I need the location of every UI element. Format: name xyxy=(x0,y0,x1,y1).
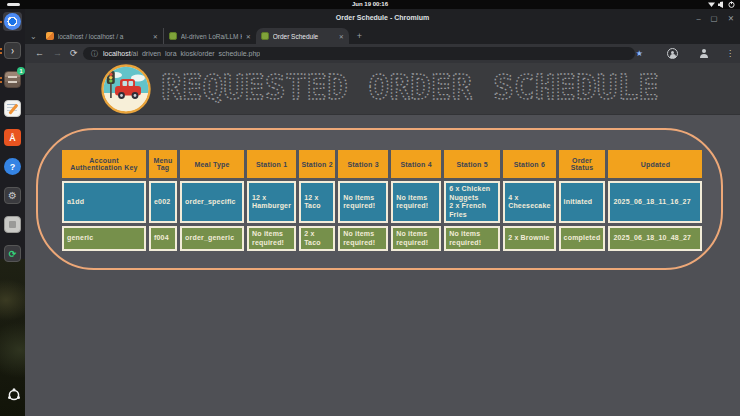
column-header: Station 6 xyxy=(503,150,555,178)
user-icon[interactable] xyxy=(699,49,708,58)
url-host: localhost xyxy=(103,50,131,57)
cell-station-3: No items required! xyxy=(338,181,388,223)
cell-station-1: No items required! xyxy=(247,226,296,251)
page-title: REQUESTED ORDER SCHEDULE xyxy=(155,69,665,111)
cell-station-4: No items required! xyxy=(391,226,441,251)
tab-strip: ⌄ localhost / localhost / a ✕ AI-driven … xyxy=(25,27,740,44)
cell-station-6: 4 x Cheesecake xyxy=(503,181,555,223)
tab-close-icon[interactable]: ✕ xyxy=(153,33,158,40)
volume-icon xyxy=(718,2,723,9)
svg-text:REQUESTED ORDER SCHEDULE: REQUESTED ORDER SCHEDULE xyxy=(161,69,659,107)
column-header: Order Status xyxy=(559,150,606,178)
column-header: Station 5 xyxy=(444,150,500,178)
dock-item-files[interactable]: 1 xyxy=(3,70,22,89)
dock-item-text-editor[interactable] xyxy=(3,99,22,118)
column-header: Account Authentication Key xyxy=(62,150,146,178)
cell-meal-type: order_specific xyxy=(180,181,244,223)
cell-station-3: No items required! xyxy=(338,226,388,251)
chromium-icon xyxy=(4,13,21,30)
cell-order-status: completed xyxy=(559,226,606,251)
running-indicator xyxy=(0,21,2,23)
cell-station-2: 2 x Taco xyxy=(299,226,335,251)
dock-item-terminal[interactable]: ❯ xyxy=(3,41,22,60)
system-status-icons[interactable] xyxy=(708,1,736,8)
browser-menu-icon[interactable]: ⋮ xyxy=(726,44,734,63)
cell-station-6: 2 x Brownie xyxy=(503,226,555,251)
cell-auth-key: generic xyxy=(62,226,146,251)
window-title: Order Schedule - Chromium xyxy=(25,9,740,27)
browser-toolbar: ← → ⟳ ⓘ localhost/ai_driven_lora_kiosk/o… xyxy=(25,44,740,63)
schedule-panel: Account Authentication Key Menu Tag Meal… xyxy=(36,128,723,270)
tab-kiosk[interactable]: AI-driven LoRa/LLM Kios ✕ xyxy=(163,28,256,44)
kiosk-favicon-icon xyxy=(169,32,177,40)
window-titlebar: Order Schedule - Chromium – ▢ ✕ xyxy=(25,9,740,27)
running-indicator xyxy=(0,77,2,83)
cell-updated: 2025_06_18_10_48_27 xyxy=(608,226,702,251)
text-editor-icon xyxy=(4,100,21,117)
tab-title: AI-driven LoRa/LLM Kios xyxy=(181,33,242,40)
column-header: Station 2 xyxy=(299,150,335,178)
dock-item-chromium[interactable] xyxy=(3,12,22,31)
address-bar[interactable]: ⓘ localhost/ai_driven_lora_kiosk/order_s… xyxy=(83,47,635,60)
close-button[interactable]: ✕ xyxy=(728,14,734,23)
table-row: a1dd e002 order_specific 12 x Hamburger … xyxy=(62,181,702,223)
gray-app-icon xyxy=(4,216,21,233)
maximize-button[interactable]: ▢ xyxy=(711,14,718,23)
column-header: Station 4 xyxy=(391,150,441,178)
help-icon: ? xyxy=(4,158,21,175)
forward-icon[interactable]: → xyxy=(53,44,62,63)
cell-station-1: 12 x Hamburger xyxy=(247,181,296,223)
cell-meal-type: order_generic xyxy=(180,226,244,251)
dock-item-settings[interactable]: ⚙ xyxy=(3,186,22,205)
cell-updated: 2025_06_18_11_16_27 xyxy=(608,181,702,223)
terminal-icon: ❯ xyxy=(4,42,21,59)
tab-phpmyadmin[interactable]: localhost / localhost / a ✕ xyxy=(41,28,163,44)
dock-item-help[interactable]: ? xyxy=(3,157,22,176)
cell-station-4: No items required! xyxy=(391,181,441,223)
browser-window: Order Schedule - Chromium – ▢ ✕ ⌄ localh… xyxy=(25,9,740,416)
table-header-row: Account Authentication Key Menu Tag Meal… xyxy=(62,150,702,178)
desktop: Jun 19 00:16 ❯ 1 Å ? ⚙ xyxy=(0,0,740,416)
tab-close-icon[interactable]: ✕ xyxy=(246,33,251,40)
order-schedule-favicon-icon xyxy=(261,32,269,40)
back-icon[interactable]: ← xyxy=(35,44,44,63)
tab-title: Order Schedule xyxy=(273,33,335,40)
ubuntu-logo-icon xyxy=(7,388,21,402)
window-controls: – ▢ ✕ xyxy=(696,9,734,27)
drive-thru-logo xyxy=(101,64,151,114)
column-header: Station 1 xyxy=(247,150,296,178)
minimize-button[interactable]: – xyxy=(696,14,700,23)
column-header: Station 3 xyxy=(338,150,388,178)
column-header: Meal Type xyxy=(180,150,244,178)
dock-item-a-app[interactable]: Å xyxy=(3,128,22,147)
profile-circle-icon[interactable] xyxy=(667,48,678,59)
a-app-icon: Å xyxy=(4,129,21,146)
running-indicator xyxy=(0,48,2,54)
site-info-icon[interactable]: ⓘ xyxy=(91,49,98,59)
wifi-icon xyxy=(708,3,715,8)
column-header: Updated xyxy=(608,150,702,178)
reload-icon[interactable]: ⟳ xyxy=(70,44,78,63)
cell-order-status: initiated xyxy=(559,181,606,223)
cell-menu-tag: e002 xyxy=(149,181,177,223)
phpmyadmin-favicon-icon xyxy=(46,32,54,40)
column-header: Menu Tag xyxy=(149,150,177,178)
tab-title: localhost / localhost / a xyxy=(58,33,149,40)
cell-station-2: 12 x Taco xyxy=(299,181,335,223)
dock-item-gray-app[interactable] xyxy=(3,215,22,234)
order-schedule-table: Account Authentication Key Menu Tag Meal… xyxy=(59,147,705,254)
tab-close-icon[interactable]: ✕ xyxy=(339,33,344,40)
tab-search-chevron-icon[interactable]: ⌄ xyxy=(30,32,37,41)
url-text[interactable]: localhost/ai_driven_lora_kiosk/order_sch… xyxy=(103,50,260,57)
system-clock[interactable]: Jun 19 00:16 xyxy=(0,0,740,9)
tab-order-schedule[interactable]: Order Schedule ✕ xyxy=(256,28,349,44)
bookmark-star-icon[interactable]: ★ xyxy=(636,44,643,63)
order-schedule-page: REQUESTED ORDER SCHEDULE Account Authent… xyxy=(25,63,740,416)
dock-item-software-updater[interactable]: ⟳ xyxy=(3,244,22,263)
power-icon xyxy=(729,2,734,8)
cell-auth-key: a1dd xyxy=(62,181,146,223)
cell-station-5: No items required! xyxy=(444,226,500,251)
new-tab-button[interactable]: + xyxy=(357,31,362,41)
page-header: REQUESTED ORDER SCHEDULE xyxy=(25,63,740,115)
url-path: /ai_driven_lora_kiosk/order_schedule.php xyxy=(131,50,261,57)
